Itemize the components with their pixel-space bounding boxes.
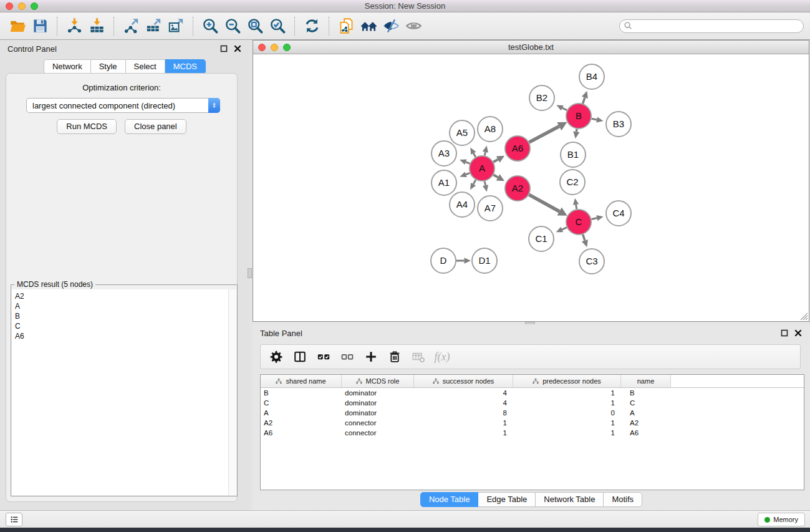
table-float-panel-button[interactable] [780,329,789,337]
tab-edge-table[interactable]: Edge Table [478,492,536,507]
delete-column-button[interactable] [384,347,405,367]
network-overview-button[interactable] [335,16,357,37]
add-column-button[interactable] [360,347,382,367]
node-A7[interactable]: A7 [478,196,503,221]
edge-A-A2[interactable] [493,175,498,177]
edge-B-B1[interactable] [576,129,577,132]
edge-A2-C[interactable] [529,195,559,211]
edge-A-A6[interactable] [493,160,498,162]
node-A1[interactable]: A1 [432,170,456,195]
table-row[interactable]: Bdominator41B [261,388,804,398]
search-input[interactable] [633,22,803,31]
home-button[interactable] [357,16,380,37]
node-B3[interactable]: B3 [606,112,631,137]
column-layout-button[interactable] [289,347,311,367]
export-network-button[interactable] [120,16,142,37]
node-A6[interactable]: A6 [505,136,530,161]
node-A[interactable]: A [470,156,494,181]
node-D[interactable]: D [431,248,456,273]
session-tasks-button[interactable] [6,513,22,526]
node-C3[interactable]: C3 [579,249,604,274]
mcds-result-item[interactable]: A [12,301,228,311]
edge-A-A1[interactable] [466,173,470,174]
node-B4[interactable]: B4 [579,64,604,89]
mcds-result-item[interactable]: A2 [12,291,228,301]
memory-button[interactable]: Memory [758,513,805,526]
edge-C-C1[interactable] [562,228,567,230]
table-row[interactable]: A6connector11A6 [261,428,804,438]
edge-A-A3[interactable] [466,162,470,164]
edge-C-C2[interactable] [576,205,577,209]
column-header-shared-name[interactable]: shared name [261,375,342,387]
edge-C-C4[interactable] [592,218,597,220]
table-row[interactable]: Cdominator41C [261,398,804,408]
node-B2[interactable]: B2 [529,85,554,110]
table-row[interactable]: Adominator80A [261,408,804,418]
node-C1[interactable]: C1 [529,226,554,251]
network-window-titlebar[interactable]: testGlobe.txt [253,41,809,54]
hide-graphics-details-button[interactable] [380,16,402,37]
zoom-selected-button[interactable] [266,16,289,37]
edge-A-A8[interactable] [485,152,485,156]
float-panel-button[interactable] [219,44,228,53]
table-row[interactable]: A2connector11A2 [261,418,804,428]
export-image-button[interactable] [165,16,187,37]
tab-motifs[interactable]: Motifs [604,492,642,507]
optimization-criterion-select[interactable]: largest connected component (directed) ▲… [26,98,220,113]
node-B[interactable]: B [566,104,591,128]
mcds-result-scrollbar[interactable] [228,289,236,495]
network-canvas[interactable]: B4B2BB3A5A8A6A3B1AA1C2A2A4A7C4CC1C3DD1 [253,54,809,321]
tab-style[interactable]: Style [91,59,126,74]
edge-B-B2[interactable] [562,108,567,110]
node-C[interactable]: C [566,210,591,235]
mcds-result-item[interactable]: C [12,321,228,331]
node-C2[interactable]: C2 [560,170,585,195]
export-table-button[interactable] [142,16,165,37]
tab-node-table[interactable]: Node Table [420,492,479,507]
node-A5[interactable]: A5 [450,120,475,145]
column-header-name[interactable]: name [621,375,671,387]
tab-mcds[interactable]: MCDS [165,59,206,74]
run-mcds-button[interactable]: Run MCDS [57,119,117,134]
edge-A-A7[interactable] [485,181,485,186]
node-A2[interactable]: A2 [505,176,530,201]
edge-A-A5[interactable] [473,153,475,157]
tab-select[interactable]: Select [126,59,165,74]
search-field[interactable] [619,19,804,33]
column-header-successor-nodes[interactable]: successor nodes [414,375,513,387]
save-session-button[interactable] [29,16,51,37]
node-B1[interactable]: B1 [561,142,586,167]
edge-A-A4[interactable] [473,180,476,184]
refresh-layout-button[interactable] [301,16,323,37]
resize-grip-icon[interactable] [799,312,808,321]
edge-C-C3[interactable] [583,235,585,241]
zoom-fit-button[interactable] [244,16,266,37]
select-all-button[interactable] [313,347,334,367]
edge-A6-B[interactable] [529,127,559,143]
zoom-out-button[interactable] [221,16,244,37]
tab-network[interactable]: Network [44,59,91,74]
zoom-in-button[interactable] [199,16,221,37]
close-panel-action-button[interactable]: Close panel [125,119,186,134]
column-header-mcds-role[interactable]: MCDS role [342,375,414,387]
open-session-button[interactable] [6,16,29,37]
column-header-predecessor-nodes[interactable]: predecessor nodes [513,375,621,387]
tab-network-table[interactable]: Network Table [536,492,604,507]
network-graph[interactable]: B4B2BB3A5A8A6A3B1AA1C2A2A4A7C4CC1C3DD1 [253,54,809,321]
node-A8[interactable]: A8 [478,117,503,142]
import-table-button[interactable] [85,16,108,37]
node-A3[interactable]: A3 [432,141,456,166]
deselect-all-button[interactable] [337,347,358,367]
splitter-handle-vertical[interactable] [248,268,252,278]
import-network-button[interactable] [63,16,85,37]
edge-B-B4[interactable] [583,97,585,104]
node-A4[interactable]: A4 [450,192,475,217]
mcds-result-item[interactable]: B [12,311,228,321]
node-D1[interactable]: D1 [472,248,497,273]
node-C4[interactable]: C4 [606,201,631,226]
close-panel-button[interactable] [233,44,242,53]
show-graphics-details-button[interactable] [402,16,425,37]
edge-B-B3[interactable] [592,118,597,120]
table-close-panel-button[interactable] [794,329,803,337]
table-settings-button[interactable] [266,347,287,367]
